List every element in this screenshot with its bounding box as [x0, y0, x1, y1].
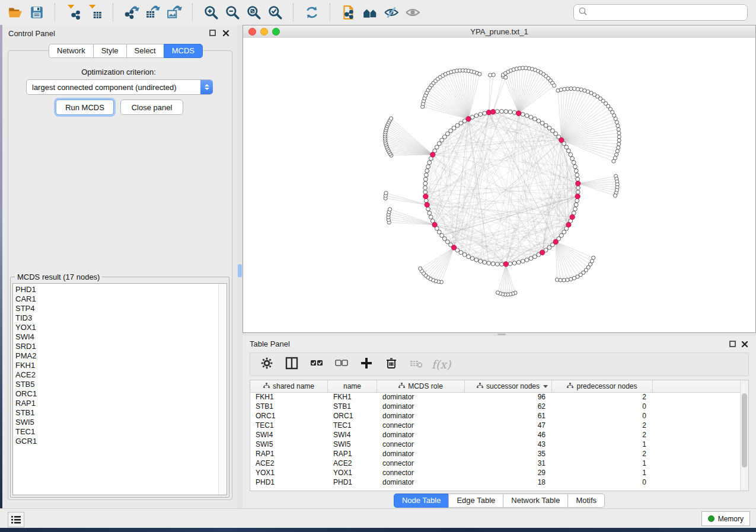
- network-node[interactable]: [525, 114, 529, 118]
- network-node[interactable]: [426, 165, 430, 169]
- network-node[interactable]: [555, 278, 559, 281]
- mcds-result-item[interactable]: ORC1: [15, 389, 227, 399]
- table-row[interactable]: YOX1YOX1connector291: [250, 468, 741, 477]
- network-node[interactable]: [567, 149, 571, 153]
- table-cell[interactable]: 96: [465, 392, 552, 402]
- network-node[interactable]: [617, 142, 621, 146]
- network-node[interactable]: [612, 159, 615, 163]
- table-cell[interactable]: TEC1: [328, 421, 377, 430]
- table-cell[interactable]: connector: [377, 421, 465, 430]
- table-cell[interactable]: dominator: [377, 449, 465, 459]
- table-cell[interactable]: 61: [465, 411, 552, 421]
- export-network-button[interactable]: [121, 2, 142, 23]
- network-node[interactable]: [576, 87, 579, 91]
- network-window-titlebar[interactable]: YPA_prune.txt_1: [243, 25, 755, 39]
- search-input[interactable]: [588, 6, 747, 19]
- network-node[interactable]: [424, 173, 428, 177]
- network-node[interactable]: [576, 186, 580, 190]
- network-node[interactable]: [614, 117, 617, 120]
- mcds-result-item[interactable]: TEC1: [15, 427, 227, 437]
- table-cell[interactable]: connector: [377, 459, 465, 468]
- network-node[interactable]: [537, 119, 541, 123]
- mcds-result-item[interactable]: SWI5: [15, 418, 227, 427]
- tab-select[interactable]: Select: [126, 44, 164, 58]
- network-node[interactable]: [613, 194, 617, 197]
- save-session-button[interactable]: [26, 2, 47, 23]
- mcds-result-item[interactable]: STB5: [15, 380, 227, 389]
- table-cell[interactable]: YOX1: [250, 468, 328, 477]
- tab-motifs[interactable]: Motifs: [567, 493, 605, 508]
- table-cell[interactable]: 62: [465, 402, 552, 411]
- table-cell[interactable]: 0: [552, 477, 653, 487]
- table-cell[interactable]: RAP1: [250, 449, 328, 459]
- mcds-hub-node[interactable]: [553, 239, 558, 244]
- table-cell[interactable]: dominator: [377, 430, 465, 440]
- network-node[interactable]: [423, 181, 428, 185]
- mcds-result-item[interactable]: SRD1: [15, 342, 227, 351]
- network-node[interactable]: [559, 233, 563, 238]
- network-node[interactable]: [573, 207, 578, 211]
- network-node[interactable]: [426, 207, 430, 211]
- network-node[interactable]: [569, 153, 573, 157]
- column-header-name[interactable]: name: [328, 380, 377, 392]
- table-cell[interactable]: 18: [465, 477, 552, 487]
- table-cell[interactable]: 2: [552, 449, 653, 459]
- mcds-result-item[interactable]: STP4: [15, 304, 227, 313]
- network-node[interactable]: [540, 121, 544, 125]
- zoom-out-button[interactable]: [222, 2, 243, 23]
- network-node[interactable]: [419, 267, 422, 270]
- network-node[interactable]: [521, 259, 525, 264]
- table-cell[interactable]: 35: [465, 449, 552, 459]
- table-cell[interactable]: SWI5: [250, 440, 328, 449]
- network-node[interactable]: [547, 126, 551, 130]
- zoom-in-button[interactable]: [200, 2, 222, 23]
- network-node[interactable]: [533, 255, 537, 259]
- mcds-result-item[interactable]: ACE2: [15, 370, 227, 380]
- network-node[interactable]: [569, 87, 573, 91]
- network-node[interactable]: [512, 261, 516, 265]
- network-node[interactable]: [428, 211, 432, 215]
- mcds-hub-node[interactable]: [570, 214, 575, 219]
- deselect-all-checks-button[interactable]: [333, 355, 350, 373]
- network-node[interactable]: [435, 145, 439, 149]
- mcds-hub-node[interactable]: [566, 222, 571, 227]
- network-node[interactable]: [576, 190, 580, 194]
- mcds-result-item[interactable]: GCR1: [15, 437, 227, 446]
- network-node[interactable]: [579, 88, 583, 91]
- import-table-button[interactable]: [84, 2, 106, 23]
- network-node[interactable]: [479, 259, 483, 264]
- mcds-result-item[interactable]: STB1: [15, 408, 227, 418]
- network-node[interactable]: [566, 278, 569, 281]
- delete-row-button[interactable]: [383, 355, 400, 373]
- network-node[interactable]: [575, 198, 579, 203]
- table-cell[interactable]: 0: [552, 411, 653, 421]
- table-cell[interactable]: ACE2: [328, 459, 377, 468]
- first-neighbors-button[interactable]: [359, 2, 381, 23]
- optimization-criterion-select[interactable]: largest connected component (undirected): [26, 79, 213, 95]
- zoom-selected-button[interactable]: [264, 2, 286, 23]
- table-cell[interactable]: [653, 459, 741, 468]
- network-node[interactable]: [437, 230, 441, 234]
- mcds-result-item[interactable]: CAR1: [15, 294, 227, 304]
- mcds-result-list[interactable]: PHD1CAR1STP4TID3YOX1SWI4SRD1PMA2FKH1ACE2…: [12, 283, 227, 495]
- network-node[interactable]: [576, 177, 580, 181]
- network-node[interactable]: [495, 110, 499, 114]
- network-node[interactable]: [529, 115, 533, 119]
- table-cell[interactable]: 2: [552, 421, 653, 430]
- column-header-MCDS-role[interactable]: MCDS role: [377, 380, 465, 392]
- table-scrollbar[interactable]: [740, 380, 748, 491]
- zoom-fit-button[interactable]: [243, 2, 264, 23]
- table-cell[interactable]: dominator: [377, 477, 465, 487]
- network-node[interactable]: [442, 135, 446, 139]
- table-cell[interactable]: SWI4: [250, 430, 328, 440]
- network-node[interactable]: [470, 257, 474, 261]
- mcds-result-item[interactable]: PMA2: [15, 351, 227, 361]
- vertical-splitter[interactable]: [237, 25, 243, 508]
- mcds-hub-node[interactable]: [576, 181, 580, 186]
- network-node[interactable]: [437, 142, 441, 146]
- task-history-button[interactable]: [8, 512, 24, 527]
- table-cell[interactable]: 1: [552, 468, 653, 477]
- tab-network[interactable]: Network: [49, 44, 93, 58]
- table-cell[interactable]: STB1: [328, 402, 377, 411]
- table-cell[interactable]: [653, 402, 741, 411]
